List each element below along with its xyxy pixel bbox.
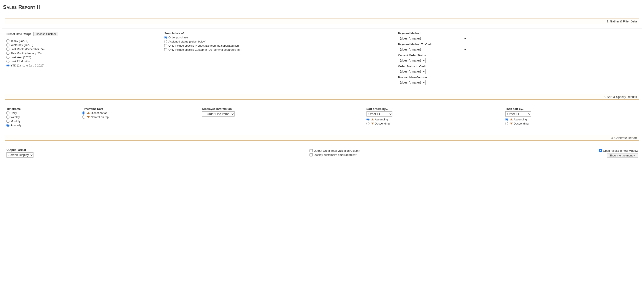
label-annually: Annually xyxy=(10,124,22,127)
radio-weekly[interactable] xyxy=(6,115,9,118)
label-new-window: Open results in new window xyxy=(603,149,638,152)
output-format-heading: Output Format xyxy=(6,148,310,151)
label-sort1-asc: Ascending xyxy=(375,118,388,121)
search-date-heading: Search date of... xyxy=(164,32,398,35)
checkbox-only-product-ids[interactable] xyxy=(164,44,167,47)
radio-sort1-desc[interactable] xyxy=(366,122,369,125)
radio-assigned-status[interactable] xyxy=(164,40,167,43)
radio-sort2-desc[interactable] xyxy=(505,122,508,125)
preset-heading: Preset Date Range xyxy=(6,32,31,36)
radio-last-12[interactable] xyxy=(6,60,9,63)
payment-method-select[interactable]: (doesn't matter) xyxy=(398,36,467,41)
label-only-product-ids: Only include specific Product IDs (comma… xyxy=(168,44,239,47)
label-order-purchase: Order purchase xyxy=(168,36,188,39)
sort1-heading: Sort orders by... xyxy=(366,107,505,110)
product-manufacturer-label: Product Manufacturer xyxy=(398,76,638,79)
order-status-omit-select[interactable]: (doesn't matter) xyxy=(398,69,426,74)
arrow-up-icon xyxy=(87,112,90,114)
radio-oldest-top[interactable] xyxy=(82,111,85,114)
payment-method-omit-label: Payment Method To Omit xyxy=(398,43,638,46)
sort1-select[interactable]: Order ID xyxy=(366,111,392,117)
label-only-customer-ids: Only include specific Customer IDs (comm… xyxy=(168,48,241,51)
product-manufacturer-select[interactable]: (doesn't matter) xyxy=(398,80,426,85)
label-this-month: This Month (January '25) xyxy=(10,51,42,55)
label-yesterday: Yesterday (Jan. 5) xyxy=(10,43,33,47)
timeframe-heading: Timeframe xyxy=(6,107,82,110)
radio-order-purchase[interactable] xyxy=(164,36,167,39)
label-sort2-desc: Descending xyxy=(514,122,529,125)
sort2-heading: Then sort by... xyxy=(505,107,638,110)
step-3-bar: 3. Generate Report xyxy=(5,135,639,141)
label-weekly: Weekly xyxy=(10,115,20,119)
sort2-select[interactable]: Order ID xyxy=(505,111,531,117)
arrow-up-icon xyxy=(510,118,513,120)
arrow-down-icon xyxy=(87,116,90,118)
label-newest-top: Newest on top xyxy=(91,115,109,119)
checkbox-new-window[interactable] xyxy=(599,149,602,152)
radio-sort1-asc[interactable] xyxy=(366,118,369,121)
displayed-info-select[interactable]: + Order Line Items xyxy=(202,111,234,117)
label-assigned-status: Assigned status (select below) xyxy=(168,40,206,43)
radio-this-month[interactable] xyxy=(6,51,9,55)
radio-monthly[interactable] xyxy=(6,120,9,123)
step-1-bar: 1. Gather & Filter Data xyxy=(5,18,639,24)
radio-annually[interactable] xyxy=(6,124,9,127)
label-ytd: YTD (Jan 1 to Jan. 6 2025) xyxy=(10,64,44,67)
label-monthly: Monthly xyxy=(10,120,20,123)
step-2-bar: 2. Sort & Specify Results xyxy=(5,94,639,100)
submit-button[interactable]: Show me the money! xyxy=(607,153,638,158)
label-display-email: Display customer's email address? xyxy=(314,153,357,156)
order-status-omit-label: Order Status to Omit xyxy=(398,65,638,68)
label-today: Today (Jan. 6) xyxy=(10,39,28,42)
label-sort1-desc: Descending xyxy=(375,122,390,125)
choose-custom-button[interactable]: Choose Custom xyxy=(34,32,58,36)
current-order-status-select[interactable]: (doesn't matter) xyxy=(398,58,426,63)
radio-last-year[interactable] xyxy=(6,56,9,59)
label-daily: Daily xyxy=(10,111,17,115)
payment-method-omit-select[interactable]: (doesn't matter) xyxy=(398,47,467,52)
checkbox-display-email[interactable] xyxy=(310,153,312,156)
checkbox-only-customer-ids[interactable] xyxy=(164,48,167,51)
radio-daily[interactable] xyxy=(6,111,9,114)
radio-sort2-asc[interactable] xyxy=(505,118,508,121)
label-last-month: Last Month (December '24) xyxy=(10,47,44,51)
arrow-down-icon xyxy=(510,123,513,124)
arrow-up-icon xyxy=(371,118,374,120)
displayed-info-heading: Displayed Information xyxy=(202,107,366,110)
radio-today[interactable] xyxy=(6,39,9,42)
output-format-select[interactable]: Screen Display xyxy=(6,152,34,158)
page-title: Sales Report II xyxy=(3,4,642,10)
label-last-year: Last Year (2024) xyxy=(10,56,31,59)
timeframe-sort-heading: Timeframe Sort xyxy=(82,107,202,110)
arrow-down-icon xyxy=(371,123,374,124)
checkbox-validation-column[interactable] xyxy=(310,149,312,152)
label-last-12: Last 12 Months xyxy=(10,60,30,63)
label-validation-column: Output Order Total Validation Column xyxy=(314,149,360,152)
current-order-status-label: Current Order Status xyxy=(398,54,638,57)
label-sort2-asc: Ascending xyxy=(514,118,527,121)
radio-last-month[interactable] xyxy=(6,47,9,50)
radio-yesterday[interactable] xyxy=(6,43,9,46)
label-oldest-top: Oldest on top xyxy=(91,111,107,115)
radio-ytd[interactable] xyxy=(6,64,9,67)
radio-newest-top[interactable] xyxy=(82,115,85,118)
payment-method-label: Payment Method xyxy=(398,32,638,35)
